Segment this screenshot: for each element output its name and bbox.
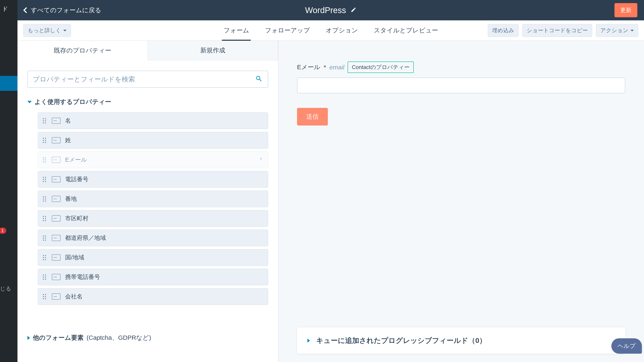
property-label: Eメール <box>64 156 260 164</box>
tab-form[interactable]: フォーム <box>222 20 251 40</box>
email-field-block[interactable]: Eメール * email Contactのプロパティー <box>297 61 625 93</box>
search-icon[interactable] <box>255 75 263 83</box>
progressive-fields-title: キューに追加されたプログレッシブフィールド（0） <box>316 336 486 345</box>
caret-down-icon <box>630 30 634 31</box>
text-field-icon <box>52 215 60 222</box>
property-item[interactable]: 携帯電話番号 <box>38 269 268 285</box>
wp-sidebar-update-badge[interactable]: 1 <box>0 228 6 234</box>
text-field-icon <box>52 294 60 300</box>
editor-tabbar: もっと詳しく フォーム フォローアップ オプション スタイルとプレビュー 埋め込… <box>18 20 644 41</box>
property-label: 携帯電話番号 <box>64 273 266 281</box>
text-field-icon <box>52 137 60 143</box>
wp-admin-sidebar: ド 1 じる <box>0 0 18 362</box>
text-field-icon <box>52 118 60 124</box>
actions-menu-label: アクション <box>600 27 628 34</box>
frequent-properties-toggle[interactable]: よく使用するプロパティー <box>28 98 268 106</box>
property-label: 会社名 <box>64 293 266 301</box>
property-label: 国/地域 <box>64 254 266 261</box>
property-item[interactable]: 電話番号 <box>38 171 268 188</box>
properties-panel: 既存のプロパティー 新規作成 よく使用するプロパティー <box>18 41 278 362</box>
wp-sidebar-collapse-fragment[interactable]: じる <box>0 285 11 292</box>
text-field-icon <box>52 274 60 280</box>
drag-handle-icon <box>42 275 47 280</box>
tab-followup[interactable]: フォローアップ <box>263 20 312 40</box>
pencil-icon[interactable] <box>351 7 356 13</box>
panel-tab-existing[interactable]: 既存のプロパティー <box>18 41 148 60</box>
drag-handle-icon <box>42 255 47 260</box>
drag-handle-icon <box>42 138 47 143</box>
property-item[interactable]: 会社名 <box>38 288 268 305</box>
other-elements-subtitle: (Captcha、GDPRなど) <box>86 334 151 342</box>
chevron-right-icon <box>28 336 30 340</box>
caret-down-icon <box>63 30 66 31</box>
email-input[interactable] <box>297 77 625 93</box>
form-preview-panel: Eメール * email Contactのプロパティー 送信 キューに追加された… <box>278 41 644 362</box>
tab-options[interactable]: オプション <box>324 20 360 40</box>
text-field-icon <box>52 157 60 163</box>
chevron-right-icon <box>308 339 310 343</box>
copy-shortcode-button[interactable]: ショートコードをコピー <box>522 24 592 37</box>
more-detail-button[interactable]: もっと詳しく <box>23 24 71 37</box>
property-item[interactable]: 都道府県／地域 <box>38 230 268 246</box>
editor-header: すべてのフォームに戻る WordPress 更新 <box>18 0 644 20</box>
other-elements-toggle[interactable]: 他のフォーム要素 (Captcha、GDPRなど) <box>28 334 268 342</box>
email-property-tag: Contactのプロパティー <box>348 61 414 73</box>
property-item[interactable]: 市区町村 <box>38 210 268 227</box>
property-label: 番地 <box>64 195 266 203</box>
drag-handle-icon <box>42 157 47 162</box>
text-field-icon <box>52 235 60 241</box>
property-item[interactable]: 姓 <box>38 132 268 149</box>
property-item: Eメール* <box>38 151 268 168</box>
back-label: すべてのフォームに戻る <box>31 6 101 14</box>
required-asterisk: * <box>260 156 266 163</box>
drag-handle-icon <box>42 216 47 221</box>
text-field-icon <box>52 254 60 261</box>
search-box[interactable] <box>28 71 268 88</box>
property-label: 電話番号 <box>64 175 266 183</box>
property-label: 市区町村 <box>64 214 266 222</box>
property-item[interactable]: 番地 <box>38 191 268 207</box>
property-label: 姓 <box>64 136 266 144</box>
drag-handle-icon <box>42 118 47 123</box>
search-input[interactable] <box>33 75 255 83</box>
progressive-fields-panel[interactable]: キューに追加されたプログレッシブフィールド（0） <box>297 328 625 354</box>
property-item[interactable]: 名 <box>38 112 268 129</box>
update-button[interactable]: 更新 <box>614 3 637 17</box>
other-elements-title: 他のフォーム要素 <box>33 334 84 342</box>
drag-handle-icon <box>42 177 47 182</box>
drag-handle-icon <box>42 196 47 202</box>
email-field-label: Eメール <box>297 63 320 71</box>
help-button[interactable]: ヘルプ <box>611 338 642 354</box>
back-to-forms-link[interactable]: すべてのフォームに戻る <box>24 6 101 14</box>
property-label: 都道府県／地域 <box>64 234 266 242</box>
text-field-icon <box>52 176 60 182</box>
wp-sidebar-active-item[interactable] <box>0 76 18 91</box>
panel-tab-create-new[interactable]: 新規作成 <box>148 41 278 60</box>
embed-button[interactable]: 埋め込み <box>488 24 518 37</box>
drag-handle-icon <box>42 294 47 299</box>
wp-sidebar-text-fragment: ド <box>2 5 8 13</box>
property-item[interactable]: 国/地域 <box>38 249 268 266</box>
submit-button[interactable]: 送信 <box>297 108 328 125</box>
more-detail-label: もっと詳しく <box>28 27 61 34</box>
actions-menu-button[interactable]: アクション <box>596 24 638 37</box>
frequent-properties-title: よく使用するプロパティー <box>34 98 111 106</box>
property-label: 名 <box>64 117 266 125</box>
chevron-left-icon <box>23 7 29 13</box>
tab-style-preview[interactable]: スタイルとプレビュー <box>372 20 440 40</box>
text-field-icon <box>52 196 60 202</box>
drag-handle-icon <box>42 235 47 241</box>
form-title[interactable]: WordPress <box>305 5 346 15</box>
chevron-down-icon <box>28 101 32 103</box>
required-mark: * <box>324 64 326 71</box>
email-api-name: email <box>330 64 344 71</box>
